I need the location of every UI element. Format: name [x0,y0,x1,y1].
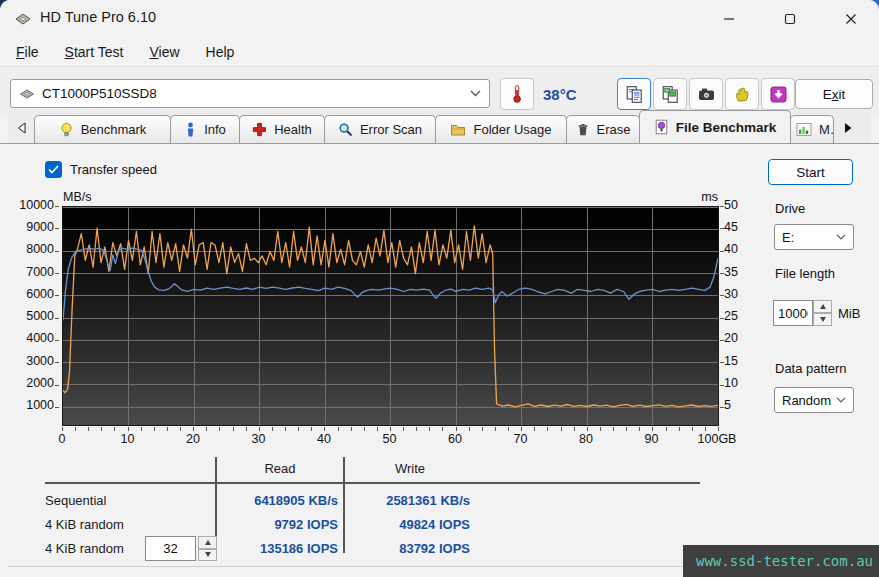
axis-tick-label: 3000 [4,354,54,368]
transfer-speed-checkbox[interactable] [45,161,62,178]
tab-bar: Benchmark Info Health Error Scan [8,112,871,143]
screenshot-button[interactable] [689,78,723,110]
drive-select-combo[interactable]: CT1000P510SSD8 [10,79,490,108]
minimize-button[interactable] [706,0,752,38]
close-icon [845,13,857,25]
random-write-value: 49824 IOPS [340,517,470,532]
copy-report-icon [625,85,644,104]
chevron-down-icon [836,234,846,240]
data-pattern-combo[interactable]: Random [774,387,854,413]
axis-tick-label: 50 [724,198,754,212]
hand-icon [733,85,752,104]
window-title: HD Tune Pro 6.10 [40,9,156,25]
data-pattern-value: Random [782,393,831,408]
save-download-button[interactable] [761,78,795,110]
temperature-button[interactable] [500,78,534,110]
triangle-up-icon [820,304,826,309]
axis-tick-label: 10000 [4,198,54,212]
transfer-speed-label: Transfer speed [70,162,157,177]
axis-tick-label: 60 [448,432,462,446]
chart-icon [796,122,812,137]
tab-label: M… [819,122,834,137]
axis-tick-label: 5000 [4,309,54,323]
tab-health[interactable]: Health [239,115,325,143]
file-length-spinner [813,300,832,326]
pan-hand-button[interactable] [725,78,759,110]
drive-label: Drive [775,201,805,216]
write-column-header: Write [388,461,432,476]
maximize-icon [784,13,796,25]
spin-up-button[interactable] [813,300,832,313]
save-download-icon [769,85,788,104]
tab-label: Benchmark [81,122,147,137]
copy-image-button[interactable] [653,78,687,110]
drive-combo[interactable]: E: [774,224,854,250]
exit-label-part: E [823,87,832,102]
axis-tick-label: 6000 [4,287,54,301]
watermark: www.ssd-tester.com.au [683,545,879,577]
menu-file[interactable]: File [10,42,45,62]
screenshot-camera-icon [697,85,716,104]
table-header-underline [45,482,700,484]
file-length-label: File length [775,266,835,281]
drive-combo-value: CT1000P510SSD8 [42,86,157,101]
axis-tick-label: 50 [383,432,397,446]
maximize-button[interactable] [767,0,813,38]
copy-report-button[interactable] [617,78,651,110]
app-window: HD Tune Pro 6.10 File Start Test View He… [0,0,879,577]
menu-view[interactable]: View [143,42,185,62]
health-cross-icon [252,122,267,137]
axis-tick-label: 10 [121,432,135,446]
axis-tick-label: 20 [186,432,200,446]
chart-canvas [63,207,718,425]
tab-label: Info [204,122,226,137]
lightbulb-icon [59,122,74,138]
toolbar: CT1000P510SSD8 38°C [0,66,879,114]
menu-help[interactable]: Help [200,42,241,62]
tab-label: Error Scan [360,122,422,137]
minimize-icon [723,13,735,25]
axis-tick-label: 10 [724,376,754,390]
tab-more[interactable]: M… [790,115,834,143]
axis-tick-label: 7000 [4,265,54,279]
axis-tick-label: 30 [724,287,754,301]
exit-label-part: it [839,87,846,102]
x-axis-minor-ticks [62,427,719,431]
axis-tick-label: 20 [724,331,754,345]
arrow-left-icon [17,122,26,134]
data-pattern-label: Data pattern [775,361,847,376]
file-length-input[interactable] [773,300,813,326]
axis-tick-label: 25 [724,309,754,323]
tab-scroll-right-button[interactable] [835,115,861,141]
arrow-right-icon [844,122,853,134]
menu-start-test[interactable]: Start Test [59,42,130,62]
axis-tick-label: 0 [59,432,66,446]
tab-label: Health [274,122,312,137]
axis-tick-label: 1000 [4,398,54,412]
tab-file-benchmark[interactable]: File Benchmark [639,110,791,143]
spin-down-button[interactable] [813,313,832,326]
tab-error-scan[interactable]: Error Scan [324,115,436,143]
trash-icon [576,122,590,137]
title-bar: HD Tune Pro 6.10 [0,0,879,38]
tab-benchmark[interactable]: Benchmark [34,115,171,143]
tab-folder-usage[interactable]: Folder Usage [435,115,567,143]
menu-bar: File Start Test View Help [0,38,879,66]
tab-erase[interactable]: Erase [566,115,640,143]
exit-button[interactable]: Exit [795,79,873,109]
drive-combo-value: E: [782,230,794,245]
axis-tick-label: 9000 [4,220,54,234]
chevron-down-icon [470,90,481,97]
tab-scroll-left-button[interactable] [8,115,34,141]
queue-depth-input[interactable] [145,536,196,561]
axis-tick-label: 15 [724,354,754,368]
start-button[interactable]: Start [768,159,853,185]
axis-tick-label: 8000 [4,242,54,256]
y-left-axis-unit: MB/s [63,190,91,204]
close-button[interactable] [828,0,874,38]
y-right-axis-unit: ms [694,190,718,204]
file-length-unit: MiB [838,306,860,321]
row-label-4kib-random: 4 KiB random [45,517,124,532]
tab-info[interactable]: Info [170,115,240,143]
axis-tick-label: 90 [645,432,659,446]
